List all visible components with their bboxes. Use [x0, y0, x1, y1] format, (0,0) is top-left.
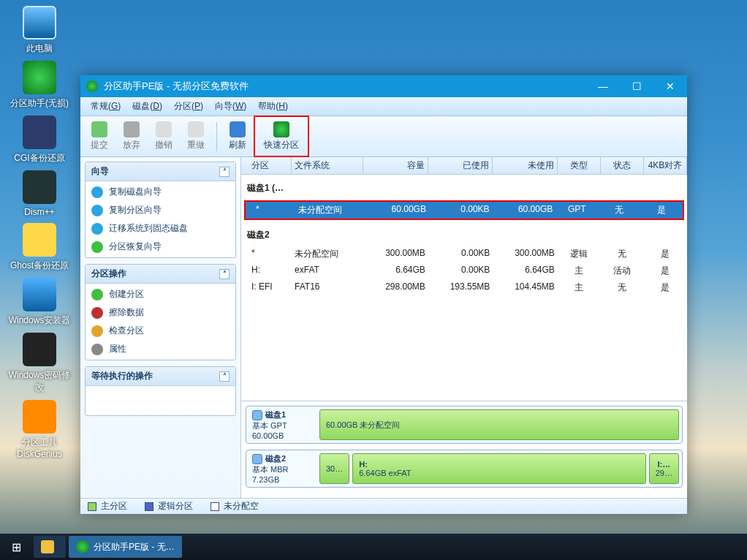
- menu-wizard[interactable]: 向导(W): [209, 99, 252, 114]
- commit-button[interactable]: 提交: [83, 118, 115, 154]
- partition-segment[interactable]: 30…: [319, 453, 349, 484]
- partition-assistant-icon: [23, 61, 56, 94]
- wizard-copy-partition[interactable]: 复制分区向导: [87, 201, 234, 219]
- col-free[interactable]: 未使用: [493, 157, 558, 174]
- highlight-selected-row: * 未分配空间 60.00GB 0.00KB 60.00GB GPT 无 是: [244, 200, 684, 220]
- partition-assistant-icon: [76, 540, 89, 553]
- col-align[interactable]: 4KB对齐: [644, 157, 687, 174]
- legend-unallocated: 未分配空: [211, 500, 259, 512]
- menubar: 常规(G) 磁盘(D) 分区(P) 向导(W) 帮助(H): [80, 97, 687, 116]
- partition-segment[interactable]: H:6.64GB exFAT: [352, 453, 646, 484]
- table-row[interactable]: * 未分配空间 60.00GB 0.00KB 60.00GB GPT 无 是: [246, 202, 683, 219]
- desktop: 此电脑 分区助手(无损) CGI备份还原 Dism++ Ghost备份还原 Wi…: [0, 0, 73, 459]
- panel-wizard-header[interactable]: 向导˄: [86, 162, 235, 181]
- discard-icon: [124, 121, 140, 137]
- wizard-copy-disk[interactable]: 复制磁盘向导: [87, 183, 234, 201]
- taskbar-explorer[interactable]: [34, 536, 66, 558]
- discard-button[interactable]: 放弃: [115, 118, 148, 154]
- wipe-icon: [91, 307, 103, 319]
- copy-partition-icon: [91, 205, 103, 216]
- col-filesystem[interactable]: 文件系统: [292, 157, 363, 174]
- pc-icon: [23, 6, 56, 39]
- collapse-icon[interactable]: ˄: [219, 269, 230, 279]
- minimize-button[interactable]: —: [586, 75, 620, 97]
- desktop-icon-ghost[interactable]: Ghost备份还原: [6, 223, 73, 272]
- legend-primary: 主分区: [88, 500, 127, 512]
- disk1-title[interactable]: 磁盘1 (…: [241, 175, 687, 199]
- windows-installer-icon: [23, 278, 56, 311]
- collapse-icon[interactable]: ˄: [219, 371, 230, 382]
- desktop-icon-partition-assistant[interactable]: 分区助手(无损): [6, 61, 73, 110]
- recover-icon: [91, 241, 103, 253]
- close-button[interactable]: ✕: [653, 75, 687, 97]
- disk-map-area: 磁盘1 基本 GPT60.00GB 60.00GB 未分配空间 磁盘2 基本 M…: [241, 401, 687, 498]
- properties-icon: [91, 344, 103, 355]
- redo-icon: [188, 121, 204, 137]
- table-row[interactable]: H:exFAT6.64GB0.00KB6.64GB主活动是: [241, 262, 687, 279]
- panel-pending: 等待执行的操作˄: [85, 366, 236, 416]
- diskgenius-icon: [23, 400, 56, 434]
- app-window: 分区助手PE版 - 无损分区免费软件 — ☐ ✕ 常规(G) 磁盘(D) 分区(…: [80, 75, 687, 514]
- disk-icon: [252, 454, 262, 464]
- taskbar-app[interactable]: 分区助手PE版 - 无…: [69, 536, 182, 558]
- check-partition-icon: [91, 325, 103, 337]
- col-type[interactable]: 类型: [558, 157, 601, 174]
- col-used[interactable]: 已使用: [428, 157, 493, 174]
- desktop-icon-diskgenius[interactable]: 分区工具DiskGenius: [6, 400, 73, 459]
- partition-segment[interactable]: 60.00GB 未分配空间: [319, 409, 679, 440]
- col-capacity[interactable]: 容量: [363, 157, 428, 174]
- create-icon: [91, 289, 103, 300]
- folder-icon: [41, 540, 54, 553]
- desktop-icon-this-pc[interactable]: 此电脑: [6, 6, 73, 55]
- menu-help[interactable]: 帮助(H): [252, 99, 294, 114]
- start-button[interactable]: ⊞: [0, 534, 32, 560]
- redo-button[interactable]: 重做: [180, 118, 212, 154]
- check-icon: [91, 121, 107, 137]
- fast-partition-icon: [273, 121, 289, 137]
- menu-general[interactable]: 常规(G): [85, 99, 126, 114]
- window-title: 分区助手PE版 - 无损分区免费软件: [104, 80, 586, 93]
- legend: 主分区 逻辑分区 未分配空: [80, 498, 687, 514]
- collapse-icon[interactable]: ˄: [219, 167, 230, 177]
- undo-icon: [156, 121, 172, 137]
- table-row[interactable]: I: EFIFAT16298.00MB193.55MB104.45MB主无是: [241, 279, 687, 296]
- partition-list[interactable]: 磁盘1 (… * 未分配空间 60.00GB 0.00KB 60.00GB GP…: [241, 175, 687, 401]
- refresh-icon: [230, 121, 246, 137]
- toolbar: 提交 放弃 撤销 重做 刷新 快速分区: [80, 116, 687, 157]
- partition-segment[interactable]: I:…29…: [649, 453, 679, 484]
- panel-ops-header[interactable]: 分区操作˄: [86, 265, 235, 284]
- titlebar[interactable]: 分区助手PE版 - 无损分区免费软件 — ☐ ✕: [80, 75, 687, 97]
- wizard-migrate-ssd[interactable]: 迁移系统到固态磁盘: [87, 219, 234, 238]
- cgi-icon: [23, 116, 56, 149]
- menu-disk[interactable]: 磁盘(D): [126, 99, 168, 114]
- op-wipe-data[interactable]: 擦除数据: [87, 303, 234, 322]
- col-partition[interactable]: 分区: [241, 157, 292, 174]
- diskmap-disk1[interactable]: 磁盘1 基本 GPT60.00GB 60.00GB 未分配空间: [246, 406, 683, 444]
- undo-button[interactable]: 撤销: [148, 118, 180, 154]
- op-create-partition[interactable]: 创建分区: [87, 285, 234, 303]
- col-status[interactable]: 状态: [601, 157, 644, 174]
- op-properties[interactable]: 属性: [87, 340, 234, 358]
- main-area: 分区 文件系统 容量 已使用 未使用 类型 状态 4KB对齐 磁盘1 (… * …: [241, 157, 687, 498]
- disk2-title[interactable]: 磁盘2: [241, 222, 687, 246]
- desktop-icon-dism[interactable]: Dism++: [6, 170, 73, 217]
- copy-disk-icon: [91, 186, 103, 198]
- wizard-recover-partition[interactable]: 分区恢复向导: [87, 238, 234, 256]
- dism-icon: [23, 170, 56, 204]
- migrate-icon: [91, 223, 103, 235]
- disk-icon: [252, 410, 262, 420]
- maximize-button[interactable]: ☐: [620, 75, 653, 97]
- panel-pending-header[interactable]: 等待执行的操作˄: [86, 367, 235, 386]
- toolbar-separator: [216, 122, 217, 151]
- menu-partition[interactable]: 分区(P): [168, 99, 209, 114]
- op-check-partition[interactable]: 检查分区: [87, 322, 234, 340]
- desktop-icon-win-password[interactable]: Windows密码修改: [6, 333, 73, 394]
- taskbar: ⊞ 分区助手PE版 - 无…: [0, 534, 747, 560]
- diskmap-disk2[interactable]: 磁盘2 基本 MBR7.23GB 30… H:6.64GB exFAT I:…2…: [246, 450, 683, 488]
- fast-partition-button[interactable]: 快速分区: [257, 118, 306, 154]
- refresh-button[interactable]: 刷新: [221, 118, 254, 154]
- desktop-icon-win-install[interactable]: Windows安装器: [6, 278, 73, 327]
- desktop-icon-cgi[interactable]: CGI备份还原: [6, 116, 73, 164]
- table-row[interactable]: *未分配空间300.00MB0.00KB300.00MB逻辑无是: [241, 246, 687, 262]
- ghost-icon: [23, 223, 56, 257]
